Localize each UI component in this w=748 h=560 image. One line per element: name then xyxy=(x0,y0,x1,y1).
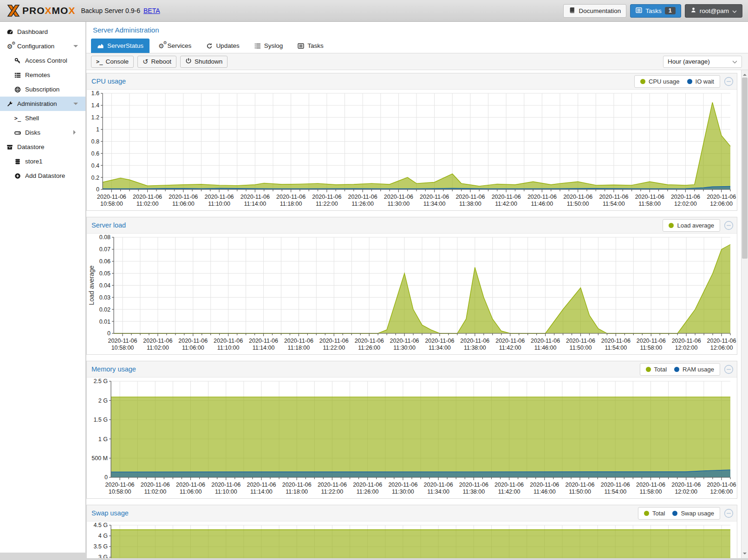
sidebar-item-dashboard[interactable]: Dashboard xyxy=(0,25,85,39)
chart-legend: TotalRAM usage xyxy=(640,363,720,376)
caret-down-icon[interactable] xyxy=(73,103,78,107)
panel-header: CPU usageCPU usageIO wait xyxy=(87,73,737,90)
svg-text:11:02:00: 11:02:00 xyxy=(137,201,159,207)
product-version: Backup Server 0.9-6 xyxy=(81,7,140,14)
shutdown-button[interactable]: Shutdown xyxy=(180,56,228,68)
collapse-panel-button[interactable] xyxy=(724,508,734,518)
chart-body: 00.20.40.60.811.21.41.62020-11-0610:58:0… xyxy=(87,90,737,210)
sidebar-item-label: Configuration xyxy=(17,43,54,50)
tachometer-icon xyxy=(6,28,14,36)
svg-text:2020-11-06: 2020-11-06 xyxy=(707,338,736,344)
chart-body: 00.010.020.030.040.050.060.070.082020-11… xyxy=(87,234,737,354)
svg-text:11:42:00: 11:42:00 xyxy=(495,201,517,207)
panel-header: Memory usageTotalRAM usage xyxy=(87,361,737,378)
tab-updates[interactable]: Updates xyxy=(200,39,245,53)
svg-text:11:42:00: 11:42:00 xyxy=(499,345,521,351)
scroll-down-arrow-icon[interactable] xyxy=(743,553,747,556)
tab-tasks[interactable]: Tasks xyxy=(292,39,330,53)
sidebar-item-add-datastore[interactable]: Add Datastore xyxy=(0,169,85,183)
legend-label: Swap usage xyxy=(681,510,714,517)
svg-text:3 G: 3 G xyxy=(98,554,108,558)
svg-text:11:34:00: 11:34:00 xyxy=(423,201,446,207)
caret-down-icon[interactable] xyxy=(73,45,78,50)
svg-text:2020-11-06: 2020-11-06 xyxy=(424,482,453,488)
svg-text:0.2: 0.2 xyxy=(91,175,99,181)
svg-text:11:26:00: 11:26:00 xyxy=(351,201,374,207)
legend-item-load-average: Load average xyxy=(669,222,714,229)
sidebar-item-shell[interactable]: >_Shell xyxy=(0,111,85,125)
scrollbar-thumb[interactable] xyxy=(742,78,748,259)
sidebar-item-configuration[interactable]: ⚙⚙Configuration xyxy=(0,39,85,53)
svg-text:11:42:00: 11:42:00 xyxy=(498,488,520,495)
console-button[interactable]: >_ Console xyxy=(91,56,134,68)
legend-item-io-wait: IO wait xyxy=(687,78,714,85)
svg-text:12:02:00: 12:02:00 xyxy=(675,488,697,495)
legend-item-total: Total xyxy=(644,510,665,517)
collapse-panel-button[interactable] xyxy=(724,77,734,86)
svg-text:11:06:00: 11:06:00 xyxy=(180,488,202,495)
sidebar-item-store1[interactable]: store1 xyxy=(0,154,85,169)
legend-item-ram-usage: RAM usage xyxy=(674,366,714,373)
svg-text:11:18:00: 11:18:00 xyxy=(286,488,308,495)
sidebar-item-disks[interactable]: Disks xyxy=(0,125,85,140)
panel-title: Memory usage xyxy=(91,365,136,373)
charts-region: CPU usageCPU usageIO wait00.20.40.60.811… xyxy=(86,70,741,558)
vertical-scrollbar[interactable] xyxy=(741,70,748,558)
svg-text:12:06:00: 12:06:00 xyxy=(710,488,733,495)
svg-text:0.06: 0.06 xyxy=(99,258,111,265)
chart-body: 0500 M1 G1.5 G2 G2.5 G3 G3.5 G4 G4.5 G20… xyxy=(87,521,737,558)
tab-serverstatus[interactable]: ServerStatus xyxy=(91,39,150,53)
collapse-panel-button[interactable] xyxy=(724,221,734,230)
svg-text:2020-11-06: 2020-11-06 xyxy=(205,194,234,200)
legend-dot-icon xyxy=(669,223,674,228)
sidebar-item-label: Dashboard xyxy=(17,28,48,35)
sidebar-item-administration[interactable]: Administration xyxy=(0,97,85,111)
scroll-up-arrow-icon[interactable] xyxy=(743,72,747,76)
chart-area-icon xyxy=(97,42,104,49)
svg-text:2020-11-06: 2020-11-06 xyxy=(707,194,736,200)
svg-text:2020-11-06: 2020-11-06 xyxy=(531,338,560,344)
sidebar-item-label: Remotes xyxy=(25,72,50,78)
svg-text:2020-11-06: 2020-11-06 xyxy=(282,482,312,488)
svg-text:1 G: 1 G xyxy=(98,436,108,443)
tab-label: ServerStatus xyxy=(107,42,143,49)
plus-circle-icon xyxy=(13,172,22,180)
svg-text:1.6: 1.6 xyxy=(91,90,99,97)
tasks-button[interactable]: Tasks 1 xyxy=(630,4,681,18)
sidebar-item-remotes[interactable]: Remotes xyxy=(0,68,85,82)
legend-dot-icon xyxy=(687,79,692,84)
svg-text:2020-11-06: 2020-11-06 xyxy=(247,482,276,488)
sidebar-item-datastore[interactable]: Datastore xyxy=(0,140,85,154)
panel-cpu: CPU usageCPU usageIO wait00.20.40.60.811… xyxy=(86,73,737,211)
sidebar-item-label: Administration xyxy=(17,100,57,107)
legend-dot-icon xyxy=(646,367,651,372)
legend-item-cpu-usage: CPU usage xyxy=(640,78,679,85)
svg-text:11:06:00: 11:06:00 xyxy=(182,345,204,351)
timeframe-select[interactable]: Hour (average) xyxy=(663,56,742,68)
svg-text:2020-11-06: 2020-11-06 xyxy=(671,482,701,488)
collapse-panel-button[interactable] xyxy=(724,365,734,374)
svg-text:2020-11-06: 2020-11-06 xyxy=(492,194,521,200)
sidebar-item-subscription[interactable]: Subscription xyxy=(0,82,85,97)
tab-syslog[interactable]: Syslog xyxy=(248,39,289,53)
svg-text:2020-11-06: 2020-11-06 xyxy=(494,482,524,488)
database-icon xyxy=(13,158,22,165)
svg-text:2020-11-06: 2020-11-06 xyxy=(390,338,419,344)
svg-text:10:58:00: 10:58:00 xyxy=(109,488,131,495)
tab-services[interactable]: ⚙⚙Services xyxy=(152,39,197,53)
legend-dot-icon xyxy=(672,511,677,516)
chart-legend: TotalSwap usage xyxy=(638,507,720,520)
caret-right-icon[interactable] xyxy=(73,130,78,135)
beta-link[interactable]: BETA xyxy=(143,7,160,14)
chart-swap: 0500 M1 G1.5 G2 G2.5 G3 G3.5 G4 G4.5 G20… xyxy=(87,521,737,558)
svg-text:11:34:00: 11:34:00 xyxy=(429,345,451,351)
reboot-button[interactable]: ↺ Reboot xyxy=(137,56,176,68)
sidebar-item-access-control[interactable]: Access Control xyxy=(0,53,85,68)
svg-text:11:06:00: 11:06:00 xyxy=(172,201,195,207)
user-menu-button[interactable]: root@pam xyxy=(685,4,742,18)
svg-text:11:26:00: 11:26:00 xyxy=(358,345,380,351)
svg-text:0.4: 0.4 xyxy=(91,163,99,169)
svg-text:2020-11-06: 2020-11-06 xyxy=(105,482,135,488)
documentation-button[interactable]: Documentation xyxy=(563,4,626,18)
svg-text:11:46:00: 11:46:00 xyxy=(531,201,553,207)
